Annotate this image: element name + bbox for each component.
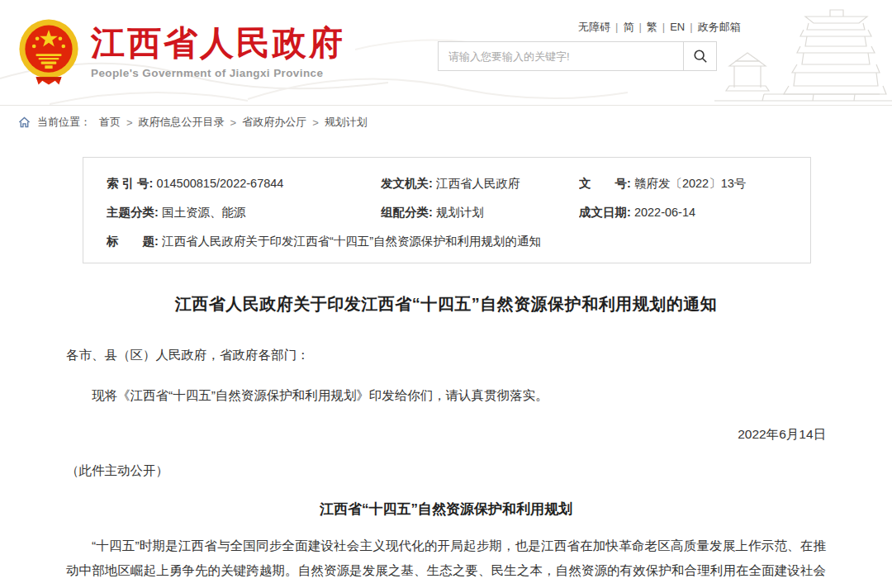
breadcrumb-item-info-directory[interactable]: 政府信息公开目录	[139, 115, 225, 130]
page: 江西省人民政府 People's Government of Jiangxi P…	[0, 0, 892, 588]
site-logo[interactable]: 江西省人民政府 People's Government of Jiangxi P…	[17, 18, 345, 86]
link-separator: |	[638, 21, 641, 33]
meta-index-number: 索 引 号: 014500815/2022-67844	[107, 176, 381, 192]
document-page: 索 引 号: 014500815/2022-67844 发文机关: 江西省人民政…	[0, 157, 892, 588]
meta-subject-category: 主题分类: 国土资源、能源	[107, 205, 381, 220]
national-emblem-icon	[17, 18, 81, 86]
document-title: 江西省人民政府关于印发江西省“十四五”自然资源保护和利用规划的通知	[66, 293, 826, 315]
plan-opening-paragraph: “十四五”时期是江西省与全国同步全面建设社会主义现代化的开局起步期，也是江西省在…	[66, 533, 826, 588]
search-input[interactable]	[439, 42, 683, 70]
link-english[interactable]: EN	[670, 21, 685, 33]
pavilion-illustration-icon	[714, 0, 892, 106]
document-body: 各市、县（区）人民政府，省政府各部门： 现将《江西省“十四五”自然资源保护和利用…	[66, 345, 826, 588]
search-icon	[693, 49, 708, 64]
breadcrumb-separator: >	[230, 116, 237, 129]
meta-document-number: 文 号: 赣府发〔2022〕13号	[579, 176, 802, 192]
breadcrumb: 当前位置： 首页 > 政府信息公开目录 > 省政府办公厅 > 规划计划	[0, 106, 892, 139]
link-separator: |	[690, 21, 692, 33]
site-subtitle-en: People's Government of Jiangxi Province	[91, 67, 345, 79]
document-date: 2022年6月14日	[66, 424, 826, 445]
search-bar	[438, 41, 717, 71]
breadcrumb-separator: >	[312, 116, 319, 129]
meta-title: 标 题: 江西省人民政府关于印发江西省“十四五”自然资源保护和利用规划的通知	[107, 234, 802, 249]
breadcrumb-item-general-office[interactable]: 省政府办公厅	[242, 115, 306, 130]
site-title: 江西省人民政府	[91, 25, 345, 62]
breadcrumb-item-home[interactable]: 首页	[99, 115, 121, 130]
meta-group-category: 组配分类: 规划计划	[381, 205, 579, 220]
meta-issuing-agency: 发文机关: 江西省人民政府	[381, 176, 579, 192]
link-traditional[interactable]: 繁	[647, 21, 657, 33]
plan-subtitle: 江西省“十四五”自然资源保护和利用规划	[66, 500, 826, 519]
document-intro-paragraph: 现将《江西省“十四五”自然资源保护和利用规划》印发给你们，请认真贯彻落实。	[66, 386, 826, 406]
link-accessibility[interactable]: 无障碍	[578, 21, 610, 33]
breadcrumb-item-planning[interactable]: 规划计划	[325, 115, 368, 130]
search-button[interactable]	[683, 42, 716, 70]
site-header: 江西省人民政府 People's Government of Jiangxi P…	[0, 0, 892, 106]
logo-text: 江西省人民政府 People's Government of Jiangxi P…	[91, 25, 345, 78]
document-disclosure-note: （此件主动公开）	[66, 461, 826, 481]
breadcrumb-label: 当前位置：	[37, 115, 91, 130]
link-simplified[interactable]: 简	[623, 21, 633, 33]
document-salutation: 各市、县（区）人民政府，省政府各部门：	[66, 345, 826, 366]
link-separator: |	[615, 21, 618, 33]
document-meta-box: 索 引 号: 014500815/2022-67844 发文机关: 江西省人民政…	[83, 157, 811, 263]
top-links: 无障碍|简|繁|EN|政务邮箱	[578, 20, 717, 35]
home-icon[interactable]	[18, 116, 31, 128]
link-gov-mail[interactable]: 政务邮箱	[698, 21, 741, 33]
breadcrumb-separator: >	[126, 116, 133, 129]
link-separator: |	[662, 21, 665, 33]
meta-issue-date: 成文日期: 2022-06-14	[579, 205, 802, 220]
